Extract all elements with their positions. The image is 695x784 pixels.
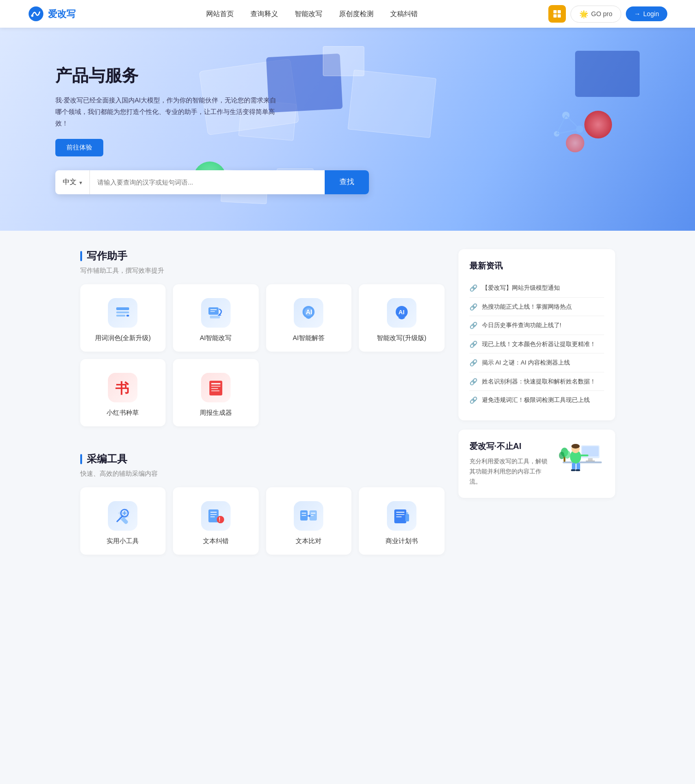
writing-title-text: 写作助手 [87, 249, 127, 263]
tool-label-smart-rewrite: 智能改写(升级版) [377, 334, 426, 342]
tool-icon-weekly-report [201, 373, 231, 402]
svg-rect-4 [553, 14, 557, 18]
svg-rect-17 [210, 316, 220, 318]
footer-space [0, 581, 695, 599]
search-button[interactable]: 查找 [325, 170, 369, 194]
svg-rect-43 [311, 513, 315, 514]
tool-icon-xiaohongshu: 书 [108, 373, 137, 402]
grid-button[interactable] [548, 5, 566, 23]
link-icon-1: 🔗 [469, 303, 477, 311]
nav-dict[interactable]: 查询释义 [250, 10, 278, 18]
language-label: 中文 [63, 178, 77, 186]
logo[interactable]: 爱改写 [28, 6, 76, 22]
logo-icon [28, 6, 44, 22]
tool-ai-qa[interactable]: AI AI智能解答 [266, 284, 352, 352]
link-icon-0: 🔗 [469, 284, 477, 292]
go-pro-button[interactable]: 🌟 GO pro [570, 6, 621, 23]
svg-rect-3 [558, 10, 561, 13]
tool-ai-rewrite[interactable]: AI智能改写 [173, 284, 259, 352]
svg-point-63 [559, 452, 564, 459]
news-item-6[interactable]: 🔗 避免违规词汇！极限词检测工具现已上线 [469, 391, 604, 409]
tool-weekly-report[interactable]: 周报生成器 [173, 359, 259, 426]
svg-rect-50 [405, 514, 409, 521]
svg-rect-56 [563, 461, 602, 463]
news-item-1[interactable]: 🔗 热搜功能正式上线！掌握网络热点 [469, 298, 604, 317]
search-input[interactable] [90, 170, 325, 194]
smart-rewrite-icon: AI [392, 304, 411, 322]
header-buttons: 🌟 GO pro → Login [548, 5, 667, 23]
nav-home[interactable]: 网站首页 [206, 10, 234, 18]
svg-rect-34 [210, 512, 217, 513]
writing-section: 写作助手 写作辅助工具，撰写效率提升 用词润色(全新升级) [80, 249, 445, 434]
news-item-5[interactable]: 🔗 姓名识别利器：快速提取和解析姓名数据！ [469, 372, 604, 391]
experience-button[interactable]: 前往体验 [55, 139, 103, 156]
svg-point-37 [217, 516, 224, 523]
news-text-6: 避免违规词汇！极限词检测工具现已上线 [482, 395, 590, 405]
tool-practical[interactable]: 实用小工具 [80, 487, 166, 555]
tool-smart-rewrite[interactable]: AI 智能改写(升级版) [359, 284, 445, 352]
tool-label-xiaohongshu: 小红书种草 [107, 409, 139, 417]
word-color-icon [113, 304, 132, 322]
svg-rect-42 [302, 515, 306, 516]
hero-content: 产品与服务 我·爱改写已经全面接入国内AI大模型，作为你的智能伙伴，无论您的需求… [0, 28, 695, 170]
svg-rect-54 [588, 458, 593, 461]
svg-rect-65 [572, 463, 576, 470]
practical-tools-icon [113, 507, 132, 525]
header: 爱改写 网站首页 查询释义 智能改写 原创度检测 文稿纠错 🌟 GO pro →… [0, 0, 695, 28]
link-icon-2: 🔗 [469, 322, 477, 329]
login-label: Login [643, 10, 659, 18]
hero-desc: 我·爱改写已经全面接入国内AI大模型，作为你的智能伙伴，无论您的需求来自哪个领域… [55, 95, 277, 130]
nav-proofread[interactable]: 文稿纠错 [390, 10, 418, 18]
tool-xiaohongshu[interactable]: 书 小红书种草 [80, 359, 166, 426]
left-column: 写作助手 写作辅助工具，撰写效率提升 用词润色(全新升级) [80, 249, 445, 562]
title-bar [80, 251, 82, 261]
news-item-3[interactable]: 🔗 现已上线！文本颜色分析器让提取更精准！ [469, 335, 604, 354]
svg-rect-20 [210, 311, 215, 312]
news-item-0[interactable]: 🔗 【爱改写】网站升级模型通知 [469, 279, 604, 298]
caibian-title-text: 采编工具 [87, 452, 127, 466]
tool-text-proofread[interactable]: ! 文本纠错 [173, 487, 259, 555]
link-icon-5: 🔗 [469, 378, 477, 385]
svg-rect-68 [576, 469, 580, 471]
tool-business-plan[interactable]: 商业计划书 [359, 487, 445, 555]
svg-point-59 [571, 444, 580, 449]
nav-original[interactable]: 原创度检测 [339, 10, 374, 18]
svg-rect-13 [116, 311, 129, 313]
svg-rect-49 [396, 516, 402, 517]
tool-label-text-proofread: 文本纠错 [203, 537, 229, 545]
writing-tools-row2: 书 小红书种草 [80, 359, 445, 426]
svg-rect-44 [311, 515, 314, 516]
svg-rect-51 [406, 512, 408, 514]
svg-rect-28 [211, 383, 220, 384]
promo-illustration [558, 441, 604, 487]
login-icon: → [634, 10, 641, 18]
weekly-report-icon [207, 378, 225, 397]
svg-rect-67 [571, 469, 576, 471]
svg-point-1 [31, 15, 34, 17]
news-text-2: 今日历史事件查询功能上线了! [482, 321, 562, 330]
writing-section-title: 写作助手 [80, 249, 445, 263]
search-bar: 中文 查找 [55, 170, 369, 194]
svg-rect-31 [211, 390, 220, 391]
link-icon-3: 🔗 [469, 341, 477, 348]
promo-desc: 充分利用爱改写的工具，解锁其功能并利用您的内容工作流。 [469, 456, 551, 487]
news-text-3: 现已上线！文本颜色分析器让提取更精准！ [482, 340, 596, 349]
svg-text:AI: AI [398, 309, 404, 316]
right-sidebar: 最新资讯 🔗 【爱改写】网站升级模型通知 🔗 热搜功能正式上线！掌握网络热点 🔗… [458, 249, 615, 562]
news-item-4[interactable]: 🔗 揭示 AI 之谜：AI 内容检测器上线 [469, 353, 604, 372]
hero-banner: 产品与服务 我·爱改写已经全面接入国内AI大模型，作为你的智能伙伴，无论您的需求… [0, 28, 695, 231]
tool-word-color[interactable]: 用词润色(全新升级) [80, 284, 166, 352]
news-text-1: 热搜功能正式上线！掌握网络热点 [482, 302, 572, 311]
tool-text-compare[interactable]: 文本比对 [266, 487, 352, 555]
main-nav: 网站首页 查询释义 智能改写 原创度检测 文稿纠错 [206, 10, 418, 18]
login-button[interactable]: → Login [626, 6, 667, 21]
news-card-title: 最新资讯 [469, 260, 604, 271]
svg-text:书: 书 [115, 381, 129, 396]
news-text-0: 【爱改写】网站升级模型通知 [482, 283, 560, 293]
tool-label-weekly-report: 周报生成器 [200, 409, 232, 417]
language-selector[interactable]: 中文 [55, 170, 90, 194]
nav-rewrite[interactable]: 智能改写 [295, 10, 322, 18]
news-item-2[interactable]: 🔗 今日历史事件查询功能上线了! [469, 316, 604, 335]
caibian-section: 采编工具 快速、高效的辅助采编内容 [80, 452, 445, 562]
svg-rect-15 [126, 315, 129, 317]
